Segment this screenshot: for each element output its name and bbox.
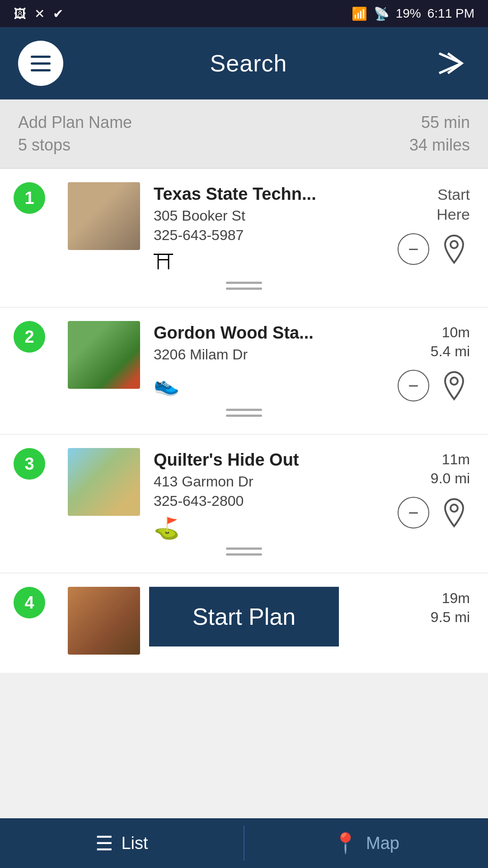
remove-stop-2-button[interactable]	[398, 370, 429, 401]
category-icon-1: ⛩	[154, 250, 174, 274]
plan-right: 55 min 34 miles	[409, 113, 470, 155]
stop-info-3: Quilter's Hide Out 413 Garmon Dr 325-643…	[154, 448, 389, 540]
stop-address-2: 3206 Milam Dr	[154, 346, 389, 363]
menu-button[interactable]	[18, 41, 63, 86]
category-icon-2: 👟	[154, 372, 179, 396]
stop-image-3	[68, 448, 140, 516]
stop-name-3: Quilter's Hide Out	[154, 450, 389, 470]
header: Search	[0, 27, 488, 99]
time-text: 6:11 PM	[427, 6, 474, 21]
stop-icon-row-2: 👟	[154, 372, 389, 396]
stop-image-4	[68, 587, 140, 655]
close-icon: ✕	[34, 6, 45, 21]
stop-name-2: Gordon Wood Sta...	[154, 323, 389, 343]
stop-item-1: 1 Texas State Techn... 305 Booker St 325…	[0, 169, 488, 307]
stop-distance-2: 10m 5.4 mi	[431, 323, 470, 361]
plan-stops: 5 stops	[18, 136, 132, 155]
stop-item-4: 4 Mo... 650 Morelock Ln 19m 9.5 mi Start…	[0, 573, 488, 673]
stop-icon-row-3: ⛳	[154, 516, 389, 540]
drag-handle-3[interactable]	[18, 540, 470, 559]
wifi-icon: 📶	[352, 6, 367, 21]
plan-left: Add Plan Name 5 stops	[18, 113, 132, 155]
plan-time: 55 min	[421, 113, 470, 132]
stop-phone-3: 325-643-2800	[154, 493, 389, 509]
stop-item-2: 2 Gordon Wood Sta... 3206 Milam Dr 👟 10m…	[0, 307, 488, 434]
hamburger-icon	[31, 56, 51, 71]
stop-address-1: 305 Booker St	[154, 208, 389, 224]
signal-icon: 📡	[374, 6, 389, 21]
stop-address-3: 413 Garmon Dr	[154, 473, 389, 490]
status-left-icons: 🖼 ✕ ✔	[14, 6, 63, 21]
list-icon: ☰	[95, 832, 113, 855]
map-pin-3-button[interactable]	[438, 497, 470, 528]
remove-stop-1-button[interactable]	[398, 233, 429, 265]
drag-handle-2[interactable]	[18, 401, 470, 420]
map-pin-1-button[interactable]	[438, 233, 470, 265]
plan-miles: 34 miles	[409, 136, 470, 155]
remove-stop-3-button[interactable]	[398, 497, 429, 528]
start-here-text: Start Here	[436, 184, 470, 224]
stop-actions-4: 19m 9.5 mi	[411, 587, 470, 627]
stop-actions-2: 10m 5.4 mi	[398, 321, 470, 401]
svg-point-4	[450, 505, 458, 512]
nav-list-button[interactable]: ☰ List	[0, 818, 244, 868]
category-icon-3: ⛳	[154, 516, 179, 540]
stop-3-action-icons	[398, 497, 470, 528]
nav-map-button[interactable]: 📍 Map	[244, 818, 488, 868]
bottom-nav: ☰ List 📍 Map	[0, 818, 488, 868]
stop-phone-1: 325-643-5987	[154, 227, 389, 244]
stop-actions-1: Start Here	[398, 182, 470, 265]
battery-text: 19%	[396, 6, 421, 21]
stop-2-action-icons	[398, 370, 470, 401]
stop-icon-row-1: ⛩	[154, 250, 389, 274]
stop-badge-4: 4	[14, 587, 45, 618]
stop-info-2: Gordon Wood Sta... 3206 Milam Dr 👟	[154, 321, 389, 396]
svg-point-2	[450, 241, 458, 248]
share-icon	[436, 47, 468, 79]
status-bar: 🖼 ✕ ✔ 📶 📡 19% 6:11 PM	[0, 0, 488, 27]
stop-distance-4: 19m 9.5 mi	[431, 589, 470, 627]
status-right-icons: 📶 📡 19% 6:11 PM	[352, 6, 474, 21]
stop-1-action-icons	[398, 233, 470, 265]
stop-image-1	[68, 182, 140, 250]
header-title: Search	[210, 50, 287, 77]
stop-image-2	[68, 321, 140, 389]
stop-badge-3: 3	[14, 448, 45, 480]
svg-point-3	[450, 377, 458, 385]
stop-info-1: Texas State Techn... 305 Booker St 325-6…	[154, 182, 389, 274]
map-pin-2-button[interactable]	[438, 370, 470, 401]
stop-distance-3: 11m 9.0 mi	[431, 450, 470, 488]
stop-badge-1: 1	[14, 182, 45, 214]
drag-handle-1[interactable]	[18, 274, 470, 293]
plan-name: Add Plan Name	[18, 113, 132, 132]
start-plan-button[interactable]: Start Plan	[149, 587, 339, 646]
nav-list-label: List	[121, 834, 148, 853]
stop-item-3: 3 Quilter's Hide Out 413 Garmon Dr 325-6…	[0, 434, 488, 573]
map-icon: 📍	[333, 831, 358, 855]
stop-actions-3: 11m 9.0 mi	[398, 448, 470, 528]
share-button[interactable]	[434, 47, 470, 79]
nav-map-label: Map	[366, 834, 399, 853]
check-icon: ✔	[53, 6, 63, 21]
plan-summary: Add Plan Name 5 stops 55 min 34 miles	[0, 99, 488, 169]
image-icon: 🖼	[14, 6, 26, 21]
stop-badge-2: 2	[14, 321, 45, 353]
stop-name-1: Texas State Techn...	[154, 184, 389, 204]
